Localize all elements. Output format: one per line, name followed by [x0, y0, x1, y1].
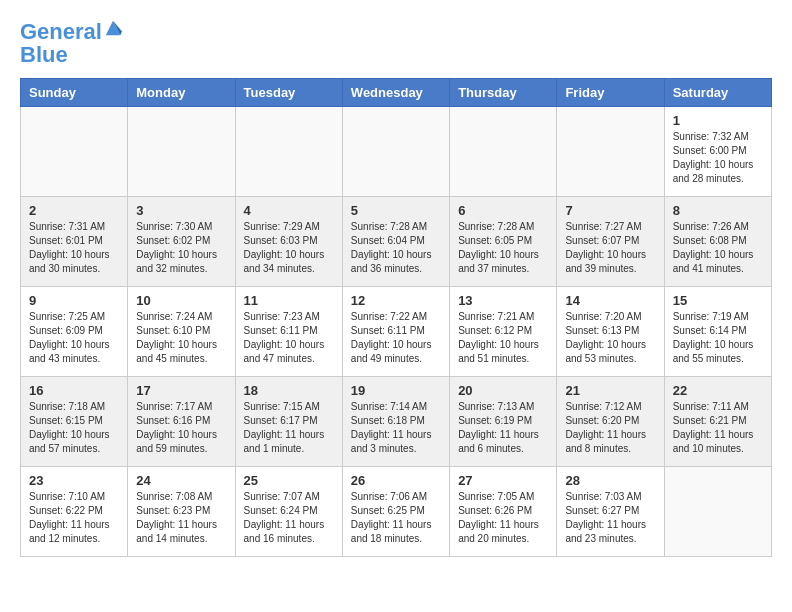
calendar-cell: 2Sunrise: 7:31 AM Sunset: 6:01 PM Daylig…: [21, 197, 128, 287]
day-number: 23: [29, 473, 119, 488]
calendar-cell: 27Sunrise: 7:05 AM Sunset: 6:26 PM Dayli…: [450, 467, 557, 557]
calendar-cell: 19Sunrise: 7:14 AM Sunset: 6:18 PM Dayli…: [342, 377, 449, 467]
day-number: 1: [673, 113, 763, 128]
calendar-cell: 18Sunrise: 7:15 AM Sunset: 6:17 PM Dayli…: [235, 377, 342, 467]
calendar-cell: 20Sunrise: 7:13 AM Sunset: 6:19 PM Dayli…: [450, 377, 557, 467]
calendar-cell: 13Sunrise: 7:21 AM Sunset: 6:12 PM Dayli…: [450, 287, 557, 377]
day-number: 6: [458, 203, 548, 218]
day-number: 21: [565, 383, 655, 398]
day-number: 27: [458, 473, 548, 488]
cell-info: Sunrise: 7:28 AM Sunset: 6:05 PM Dayligh…: [458, 220, 548, 276]
cell-info: Sunrise: 7:31 AM Sunset: 6:01 PM Dayligh…: [29, 220, 119, 276]
day-number: 16: [29, 383, 119, 398]
weekday-header-sunday: Sunday: [21, 79, 128, 107]
day-number: 12: [351, 293, 441, 308]
calendar-cell: [235, 107, 342, 197]
calendar-cell: 8Sunrise: 7:26 AM Sunset: 6:08 PM Daylig…: [664, 197, 771, 287]
page-header: General Blue: [20, 20, 772, 68]
cell-info: Sunrise: 7:05 AM Sunset: 6:26 PM Dayligh…: [458, 490, 548, 546]
cell-info: Sunrise: 7:07 AM Sunset: 6:24 PM Dayligh…: [244, 490, 334, 546]
day-number: 10: [136, 293, 226, 308]
cell-info: Sunrise: 7:06 AM Sunset: 6:25 PM Dayligh…: [351, 490, 441, 546]
calendar-cell: [21, 107, 128, 197]
calendar-cell: 5Sunrise: 7:28 AM Sunset: 6:04 PM Daylig…: [342, 197, 449, 287]
calendar-cell: 11Sunrise: 7:23 AM Sunset: 6:11 PM Dayli…: [235, 287, 342, 377]
calendar-cell: [128, 107, 235, 197]
calendar-cell: 7Sunrise: 7:27 AM Sunset: 6:07 PM Daylig…: [557, 197, 664, 287]
day-number: 22: [673, 383, 763, 398]
day-number: 17: [136, 383, 226, 398]
day-number: 9: [29, 293, 119, 308]
calendar-cell: [342, 107, 449, 197]
calendar-cell: 6Sunrise: 7:28 AM Sunset: 6:05 PM Daylig…: [450, 197, 557, 287]
calendar-cell: 16Sunrise: 7:18 AM Sunset: 6:15 PM Dayli…: [21, 377, 128, 467]
calendar-cell: 17Sunrise: 7:17 AM Sunset: 6:16 PM Dayli…: [128, 377, 235, 467]
day-number: 19: [351, 383, 441, 398]
calendar-cell: 25Sunrise: 7:07 AM Sunset: 6:24 PM Dayli…: [235, 467, 342, 557]
calendar-cell: 22Sunrise: 7:11 AM Sunset: 6:21 PM Dayli…: [664, 377, 771, 467]
calendar-cell: 9Sunrise: 7:25 AM Sunset: 6:09 PM Daylig…: [21, 287, 128, 377]
cell-info: Sunrise: 7:10 AM Sunset: 6:22 PM Dayligh…: [29, 490, 119, 546]
day-number: 15: [673, 293, 763, 308]
day-number: 8: [673, 203, 763, 218]
day-number: 3: [136, 203, 226, 218]
day-number: 7: [565, 203, 655, 218]
calendar-cell: 15Sunrise: 7:19 AM Sunset: 6:14 PM Dayli…: [664, 287, 771, 377]
day-number: 24: [136, 473, 226, 488]
day-number: 18: [244, 383, 334, 398]
weekday-header-tuesday: Tuesday: [235, 79, 342, 107]
cell-info: Sunrise: 7:24 AM Sunset: 6:10 PM Dayligh…: [136, 310, 226, 366]
calendar-cell: 14Sunrise: 7:20 AM Sunset: 6:13 PM Dayli…: [557, 287, 664, 377]
cell-info: Sunrise: 7:18 AM Sunset: 6:15 PM Dayligh…: [29, 400, 119, 456]
week-row-4: 16Sunrise: 7:18 AM Sunset: 6:15 PM Dayli…: [21, 377, 772, 467]
calendar-cell: 12Sunrise: 7:22 AM Sunset: 6:11 PM Dayli…: [342, 287, 449, 377]
weekday-header-monday: Monday: [128, 79, 235, 107]
cell-info: Sunrise: 7:17 AM Sunset: 6:16 PM Dayligh…: [136, 400, 226, 456]
cell-info: Sunrise: 7:28 AM Sunset: 6:04 PM Dayligh…: [351, 220, 441, 276]
week-row-3: 9Sunrise: 7:25 AM Sunset: 6:09 PM Daylig…: [21, 287, 772, 377]
calendar-cell: [450, 107, 557, 197]
cell-info: Sunrise: 7:13 AM Sunset: 6:19 PM Dayligh…: [458, 400, 548, 456]
cell-info: Sunrise: 7:27 AM Sunset: 6:07 PM Dayligh…: [565, 220, 655, 276]
day-number: 20: [458, 383, 548, 398]
cell-info: Sunrise: 7:15 AM Sunset: 6:17 PM Dayligh…: [244, 400, 334, 456]
day-number: 4: [244, 203, 334, 218]
calendar-cell: 1Sunrise: 7:32 AM Sunset: 6:00 PM Daylig…: [664, 107, 771, 197]
weekday-header-wednesday: Wednesday: [342, 79, 449, 107]
week-row-1: 1Sunrise: 7:32 AM Sunset: 6:00 PM Daylig…: [21, 107, 772, 197]
cell-info: Sunrise: 7:22 AM Sunset: 6:11 PM Dayligh…: [351, 310, 441, 366]
day-number: 5: [351, 203, 441, 218]
cell-info: Sunrise: 7:19 AM Sunset: 6:14 PM Dayligh…: [673, 310, 763, 366]
cell-info: Sunrise: 7:29 AM Sunset: 6:03 PM Dayligh…: [244, 220, 334, 276]
day-number: 25: [244, 473, 334, 488]
calendar-cell: 21Sunrise: 7:12 AM Sunset: 6:20 PM Dayli…: [557, 377, 664, 467]
calendar-cell: 3Sunrise: 7:30 AM Sunset: 6:02 PM Daylig…: [128, 197, 235, 287]
cell-info: Sunrise: 7:11 AM Sunset: 6:21 PM Dayligh…: [673, 400, 763, 456]
calendar-cell: 26Sunrise: 7:06 AM Sunset: 6:25 PM Dayli…: [342, 467, 449, 557]
logo-icon: [104, 19, 122, 37]
cell-info: Sunrise: 7:26 AM Sunset: 6:08 PM Dayligh…: [673, 220, 763, 276]
weekday-header-saturday: Saturday: [664, 79, 771, 107]
day-number: 28: [565, 473, 655, 488]
day-number: 26: [351, 473, 441, 488]
calendar-cell: 24Sunrise: 7:08 AM Sunset: 6:23 PM Dayli…: [128, 467, 235, 557]
logo-blue: Blue: [20, 42, 68, 68]
calendar-cell: [557, 107, 664, 197]
calendar: SundayMondayTuesdayWednesdayThursdayFrid…: [20, 78, 772, 557]
cell-info: Sunrise: 7:14 AM Sunset: 6:18 PM Dayligh…: [351, 400, 441, 456]
cell-info: Sunrise: 7:08 AM Sunset: 6:23 PM Dayligh…: [136, 490, 226, 546]
cell-info: Sunrise: 7:20 AM Sunset: 6:13 PM Dayligh…: [565, 310, 655, 366]
logo: General Blue: [20, 20, 122, 68]
cell-info: Sunrise: 7:03 AM Sunset: 6:27 PM Dayligh…: [565, 490, 655, 546]
day-number: 14: [565, 293, 655, 308]
calendar-cell: 28Sunrise: 7:03 AM Sunset: 6:27 PM Dayli…: [557, 467, 664, 557]
cell-info: Sunrise: 7:21 AM Sunset: 6:12 PM Dayligh…: [458, 310, 548, 366]
week-row-2: 2Sunrise: 7:31 AM Sunset: 6:01 PM Daylig…: [21, 197, 772, 287]
day-number: 13: [458, 293, 548, 308]
weekday-header-friday: Friday: [557, 79, 664, 107]
cell-info: Sunrise: 7:32 AM Sunset: 6:00 PM Dayligh…: [673, 130, 763, 186]
day-number: 2: [29, 203, 119, 218]
cell-info: Sunrise: 7:25 AM Sunset: 6:09 PM Dayligh…: [29, 310, 119, 366]
calendar-cell: 4Sunrise: 7:29 AM Sunset: 6:03 PM Daylig…: [235, 197, 342, 287]
weekday-header-thursday: Thursday: [450, 79, 557, 107]
